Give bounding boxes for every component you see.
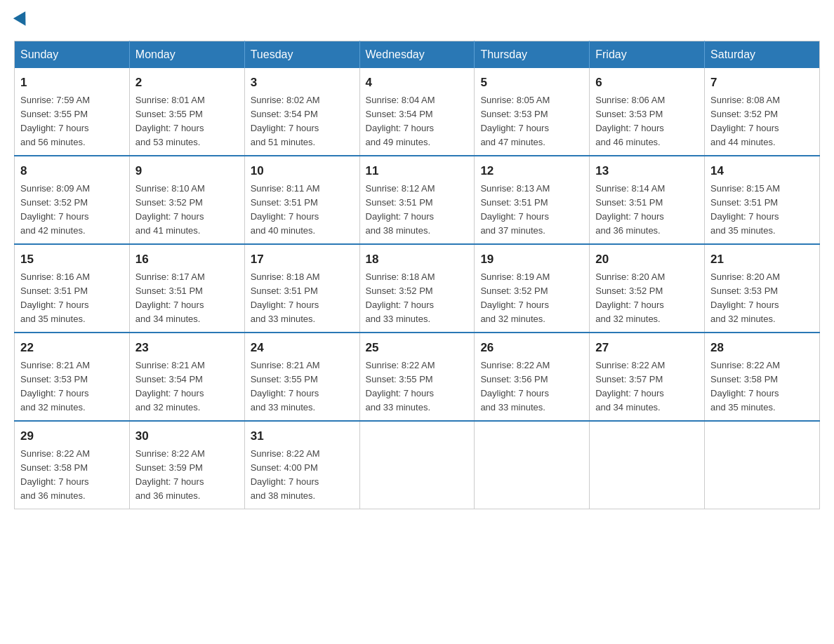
header-thursday: Thursday xyxy=(475,41,590,69)
day-info: Sunrise: 8:22 AMSunset: 3:57 PMDaylight:… xyxy=(595,360,665,412)
day-info: Sunrise: 8:11 AMSunset: 3:51 PMDaylight:… xyxy=(251,183,320,236)
day-info: Sunrise: 8:21 AMSunset: 3:55 PMDaylight:… xyxy=(251,360,320,412)
day-info: Sunrise: 8:22 AMSunset: 3:58 PMDaylight:… xyxy=(710,360,780,412)
day-info: Sunrise: 8:22 AMSunset: 3:59 PMDaylight:… xyxy=(135,448,205,501)
calendar-cell xyxy=(475,421,590,509)
calendar-cell: 21Sunrise: 8:20 AMSunset: 3:53 PMDayligh… xyxy=(705,244,820,333)
page-header xyxy=(14,14,820,27)
header-sunday: Sunday xyxy=(15,41,130,69)
day-number: 26 xyxy=(480,339,583,357)
calendar-cell: 19Sunrise: 8:19 AMSunset: 3:52 PMDayligh… xyxy=(475,244,590,333)
calendar-cell: 20Sunrise: 8:20 AMSunset: 3:52 PMDayligh… xyxy=(590,244,705,333)
day-info: Sunrise: 8:22 AMSunset: 3:55 PMDaylight:… xyxy=(366,360,435,412)
header-saturday: Saturday xyxy=(705,41,820,69)
calendar-cell: 9Sunrise: 8:10 AMSunset: 3:52 PMDaylight… xyxy=(129,156,244,244)
day-info: Sunrise: 8:10 AMSunset: 3:52 PMDaylight:… xyxy=(135,183,205,236)
day-number: 4 xyxy=(366,74,469,92)
day-number: 9 xyxy=(135,162,239,180)
day-info: Sunrise: 8:22 AMSunset: 3:56 PMDaylight:… xyxy=(480,360,550,412)
calendar-cell: 22Sunrise: 8:21 AMSunset: 3:53 PMDayligh… xyxy=(15,333,130,421)
header-wednesday: Wednesday xyxy=(359,41,475,69)
day-info: Sunrise: 8:02 AMSunset: 3:54 PMDaylight:… xyxy=(251,95,320,147)
week-row-2: 8Sunrise: 8:09 AMSunset: 3:52 PMDaylight… xyxy=(15,156,820,244)
day-number: 21 xyxy=(710,250,814,269)
day-number: 14 xyxy=(710,162,814,180)
header-friday: Friday xyxy=(590,41,705,69)
day-info: Sunrise: 8:14 AMSunset: 3:51 PMDaylight:… xyxy=(595,183,665,236)
calendar-cell: 4Sunrise: 8:04 AMSunset: 3:54 PMDaylight… xyxy=(359,68,475,156)
calendar-cell: 13Sunrise: 8:14 AMSunset: 3:51 PMDayligh… xyxy=(590,156,705,244)
day-number: 20 xyxy=(595,250,699,269)
calendar-cell xyxy=(705,421,820,509)
day-number: 10 xyxy=(251,162,354,180)
calendar-cell: 3Sunrise: 8:02 AMSunset: 3:54 PMDaylight… xyxy=(244,68,359,156)
calendar-cell: 25Sunrise: 8:22 AMSunset: 3:55 PMDayligh… xyxy=(359,333,475,421)
day-number: 11 xyxy=(366,162,469,180)
day-number: 7 xyxy=(710,74,814,92)
header-monday: Monday xyxy=(129,41,244,69)
day-info: Sunrise: 8:05 AMSunset: 3:53 PMDaylight:… xyxy=(480,95,550,147)
day-number: 23 xyxy=(135,339,239,357)
week-row-3: 15Sunrise: 8:16 AMSunset: 3:51 PMDayligh… xyxy=(15,244,820,333)
calendar-cell: 14Sunrise: 8:15 AMSunset: 3:51 PMDayligh… xyxy=(705,156,820,244)
week-row-5: 29Sunrise: 8:22 AMSunset: 3:58 PMDayligh… xyxy=(15,421,820,509)
day-info: Sunrise: 8:06 AMSunset: 3:53 PMDaylight:… xyxy=(595,95,665,147)
day-info: Sunrise: 8:01 AMSunset: 3:55 PMDaylight:… xyxy=(135,95,205,147)
day-info: Sunrise: 8:22 AMSunset: 3:58 PMDaylight:… xyxy=(20,448,90,501)
day-number: 25 xyxy=(366,339,469,357)
day-info: Sunrise: 8:18 AMSunset: 3:52 PMDaylight:… xyxy=(366,271,435,324)
calendar-cell: 23Sunrise: 8:21 AMSunset: 3:54 PMDayligh… xyxy=(129,333,244,421)
day-info: Sunrise: 8:04 AMSunset: 3:54 PMDaylight:… xyxy=(366,95,435,147)
day-number: 15 xyxy=(20,250,124,269)
day-info: Sunrise: 8:22 AMSunset: 4:00 PMDaylight:… xyxy=(251,448,320,501)
day-number: 6 xyxy=(595,74,699,92)
calendar-cell: 26Sunrise: 8:22 AMSunset: 3:56 PMDayligh… xyxy=(475,333,590,421)
calendar-cell: 15Sunrise: 8:16 AMSunset: 3:51 PMDayligh… xyxy=(15,244,130,333)
calendar-cell: 10Sunrise: 8:11 AMSunset: 3:51 PMDayligh… xyxy=(244,156,359,244)
day-number: 17 xyxy=(251,250,354,269)
calendar-cell xyxy=(359,421,475,509)
calendar-cell: 29Sunrise: 8:22 AMSunset: 3:58 PMDayligh… xyxy=(15,421,130,509)
day-info: Sunrise: 8:17 AMSunset: 3:51 PMDaylight:… xyxy=(135,271,205,324)
day-number: 8 xyxy=(20,162,124,180)
calendar-cell: 5Sunrise: 8:05 AMSunset: 3:53 PMDaylight… xyxy=(475,68,590,156)
calendar-table: SundayMondayTuesdayWednesdayThursdayFrid… xyxy=(14,41,820,509)
day-info: Sunrise: 7:59 AMSunset: 3:55 PMDaylight:… xyxy=(20,95,90,147)
day-info: Sunrise: 8:18 AMSunset: 3:51 PMDaylight:… xyxy=(251,271,320,324)
calendar-cell: 28Sunrise: 8:22 AMSunset: 3:58 PMDayligh… xyxy=(705,333,820,421)
calendar-cell: 6Sunrise: 8:06 AMSunset: 3:53 PMDaylight… xyxy=(590,68,705,156)
calendar-cell: 1Sunrise: 7:59 AMSunset: 3:55 PMDaylight… xyxy=(15,68,130,156)
day-number: 27 xyxy=(595,339,699,357)
calendar-cell: 30Sunrise: 8:22 AMSunset: 3:59 PMDayligh… xyxy=(129,421,244,509)
day-number: 30 xyxy=(135,427,239,445)
week-row-4: 22Sunrise: 8:21 AMSunset: 3:53 PMDayligh… xyxy=(15,333,820,421)
calendar-cell: 2Sunrise: 8:01 AMSunset: 3:55 PMDaylight… xyxy=(129,68,244,156)
day-number: 24 xyxy=(251,339,354,357)
day-info: Sunrise: 8:19 AMSunset: 3:52 PMDaylight:… xyxy=(480,271,550,324)
day-info: Sunrise: 8:21 AMSunset: 3:53 PMDaylight:… xyxy=(20,360,90,412)
day-info: Sunrise: 8:20 AMSunset: 3:53 PMDaylight:… xyxy=(710,271,780,324)
day-info: Sunrise: 8:13 AMSunset: 3:51 PMDaylight:… xyxy=(480,183,550,236)
day-number: 16 xyxy=(135,250,239,269)
day-number: 29 xyxy=(20,427,124,445)
calendar-cell xyxy=(590,421,705,509)
day-number: 19 xyxy=(480,250,583,269)
day-info: Sunrise: 8:09 AMSunset: 3:52 PMDaylight:… xyxy=(20,183,90,236)
day-info: Sunrise: 8:12 AMSunset: 3:51 PMDaylight:… xyxy=(366,183,435,236)
day-number: 12 xyxy=(480,162,583,180)
day-number: 28 xyxy=(710,339,814,357)
day-number: 31 xyxy=(251,427,354,445)
week-row-1: 1Sunrise: 7:59 AMSunset: 3:55 PMDaylight… xyxy=(15,68,820,156)
day-number: 13 xyxy=(595,162,699,180)
calendar-cell: 12Sunrise: 8:13 AMSunset: 3:51 PMDayligh… xyxy=(475,156,590,244)
calendar-cell: 24Sunrise: 8:21 AMSunset: 3:55 PMDayligh… xyxy=(244,333,359,421)
day-info: Sunrise: 8:16 AMSunset: 3:51 PMDaylight:… xyxy=(20,271,90,324)
day-number: 1 xyxy=(20,74,124,92)
calendar-cell: 8Sunrise: 8:09 AMSunset: 3:52 PMDaylight… xyxy=(15,156,130,244)
day-number: 3 xyxy=(251,74,354,92)
day-number: 18 xyxy=(366,250,469,269)
day-number: 2 xyxy=(135,74,239,92)
calendar-cell: 31Sunrise: 8:22 AMSunset: 4:00 PMDayligh… xyxy=(244,421,359,509)
day-info: Sunrise: 8:21 AMSunset: 3:54 PMDaylight:… xyxy=(135,360,205,412)
day-number: 22 xyxy=(20,339,124,357)
